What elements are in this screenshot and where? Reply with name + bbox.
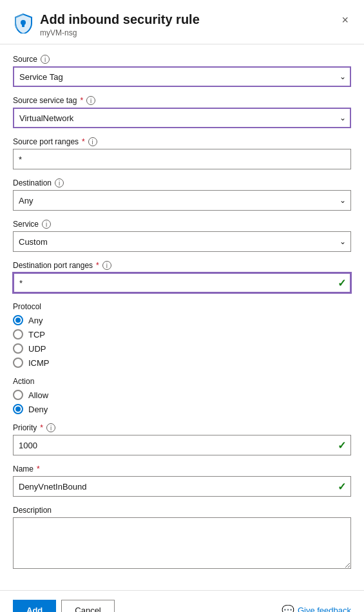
protocol-udp-label: UDP <box>28 344 46 354</box>
source-service-tag-info-icon[interactable]: i <box>86 96 95 105</box>
name-check-icon: ✓ <box>338 481 346 493</box>
name-group: Name * ✓ <box>13 464 351 497</box>
priority-group: Priority * i ✓ <box>13 423 351 455</box>
shield-icon <box>13 13 34 33</box>
svg-rect-1 <box>22 24 24 27</box>
protocol-any-radio[interactable] <box>13 315 23 325</box>
title-group: Add inbound security rule myVM-nsg <box>13 12 200 37</box>
destination-select[interactable]: Any <box>13 190 351 211</box>
priority-check-icon: ✓ <box>338 439 346 452</box>
action-label: Action <box>13 377 351 386</box>
feedback-label: Give feedback <box>298 606 351 613</box>
dest-port-ranges-info-icon[interactable]: i <box>102 261 111 270</box>
source-select-wrapper: Service Tag ⌄ <box>13 66 351 87</box>
source-service-tag-group: Source service tag * i VirtualNetwork ⌄ <box>13 96 351 128</box>
protocol-any-item[interactable]: Any <box>13 315 351 325</box>
destination-group: Destination i Any ⌄ <box>13 178 351 211</box>
source-port-ranges-group: Source port ranges * i * <box>13 137 351 169</box>
priority-input[interactable] <box>13 435 351 455</box>
action-deny-radio[interactable] <box>13 404 23 414</box>
source-port-ranges-input[interactable]: * <box>13 149 351 169</box>
protocol-tcp-item[interactable]: TCP <box>13 329 351 339</box>
protocol-udp-item[interactable]: UDP <box>13 343 351 354</box>
dest-port-ranges-input-wrapper: ✓ <box>13 273 351 293</box>
priority-input-wrapper: ✓ <box>13 435 351 455</box>
dest-port-check-icon: ✓ <box>338 277 346 289</box>
protocol-label: Protocol <box>13 302 351 311</box>
source-service-tag-select-wrapper: VirtualNetwork ⌄ <box>13 108 351 128</box>
add-button[interactable]: Add <box>13 600 56 612</box>
action-deny-item[interactable]: Deny <box>13 404 351 414</box>
close-button[interactable]: × <box>339 12 351 28</box>
dest-port-ranges-label: Destination port ranges * i <box>13 261 351 270</box>
protocol-tcp-label: TCP <box>28 330 45 339</box>
name-input-wrapper: ✓ <box>13 476 351 497</box>
panel-title-text: Add inbound security rule myVM-nsg <box>40 12 200 37</box>
panel-header: Add inbound security rule myVM-nsg × <box>0 0 364 44</box>
action-deny-label: Deny <box>28 405 48 414</box>
protocol-udp-radio[interactable] <box>13 343 23 354</box>
service-group: Service i Custom ⌄ <box>13 220 351 252</box>
protocol-icmp-label: ICMP <box>28 358 50 368</box>
required-star-5: * <box>37 464 40 473</box>
service-info-icon[interactable]: i <box>42 220 51 229</box>
priority-info-icon[interactable]: i <box>46 423 55 432</box>
required-star: * <box>80 96 83 105</box>
destination-label: Destination i <box>13 178 351 187</box>
source-port-ranges-input-wrapper: * <box>13 149 351 169</box>
required-star-2: * <box>82 137 85 146</box>
name-label: Name * <box>13 464 351 473</box>
dest-port-ranges-input[interactable] <box>13 273 351 293</box>
source-group: Source i Service Tag ⌄ <box>13 55 351 87</box>
destination-select-wrapper: Any ⌄ <box>13 190 351 211</box>
source-port-ranges-label: Source port ranges * i <box>13 137 351 146</box>
feedback-link[interactable]: 💬 Give feedback <box>282 604 351 613</box>
action-allow-radio[interactable] <box>13 390 23 400</box>
protocol-tcp-radio[interactable] <box>13 329 23 339</box>
source-label: Source i <box>13 55 351 64</box>
source-service-tag-select[interactable]: VirtualNetwork <box>13 108 351 128</box>
panel-footer: Add Cancel 💬 Give feedback <box>0 590 364 612</box>
footer-buttons: Add Cancel <box>13 600 115 612</box>
action-allow-label: Allow <box>28 390 48 400</box>
protocol-group: Protocol Any TCP UDP ICMP <box>13 302 351 368</box>
source-select[interactable]: Service Tag <box>13 66 351 87</box>
service-select-wrapper: Custom ⌄ <box>13 231 351 252</box>
action-group: Action Allow Deny <box>13 377 351 414</box>
source-info-icon[interactable]: i <box>41 55 50 64</box>
feedback-icon: 💬 <box>282 604 294 613</box>
destination-info-icon[interactable]: i <box>55 178 64 187</box>
panel-subtitle: myVM-nsg <box>40 28 200 37</box>
source-port-ranges-info-icon[interactable]: i <box>88 137 97 146</box>
cancel-button[interactable]: Cancel <box>61 600 114 612</box>
priority-label: Priority * i <box>13 423 351 432</box>
required-star-3: * <box>96 261 99 270</box>
dest-port-ranges-group: Destination port ranges * i ✓ <box>13 261 351 293</box>
source-service-tag-label: Source service tag * i <box>13 96 351 105</box>
add-inbound-rule-panel: Add inbound security rule myVM-nsg × Sou… <box>0 0 364 612</box>
service-label: Service i <box>13 220 351 229</box>
panel-title: Add inbound security rule <box>40 12 200 27</box>
action-radio-group: Allow Deny <box>13 390 351 414</box>
name-input[interactable] <box>13 476 351 497</box>
panel-body: Source i Service Tag ⌄ Source service ta… <box>0 44 364 590</box>
description-group: Description <box>13 506 351 571</box>
description-label: Description <box>13 506 351 515</box>
required-star-4: * <box>40 423 43 432</box>
action-allow-item[interactable]: Allow <box>13 390 351 400</box>
service-select[interactable]: Custom <box>13 231 351 252</box>
description-textarea[interactable] <box>13 517 351 569</box>
protocol-icmp-item[interactable]: ICMP <box>13 358 351 368</box>
protocol-icmp-radio[interactable] <box>13 358 23 368</box>
protocol-any-label: Any <box>28 316 43 325</box>
protocol-radio-group: Any TCP UDP ICMP <box>13 315 351 368</box>
